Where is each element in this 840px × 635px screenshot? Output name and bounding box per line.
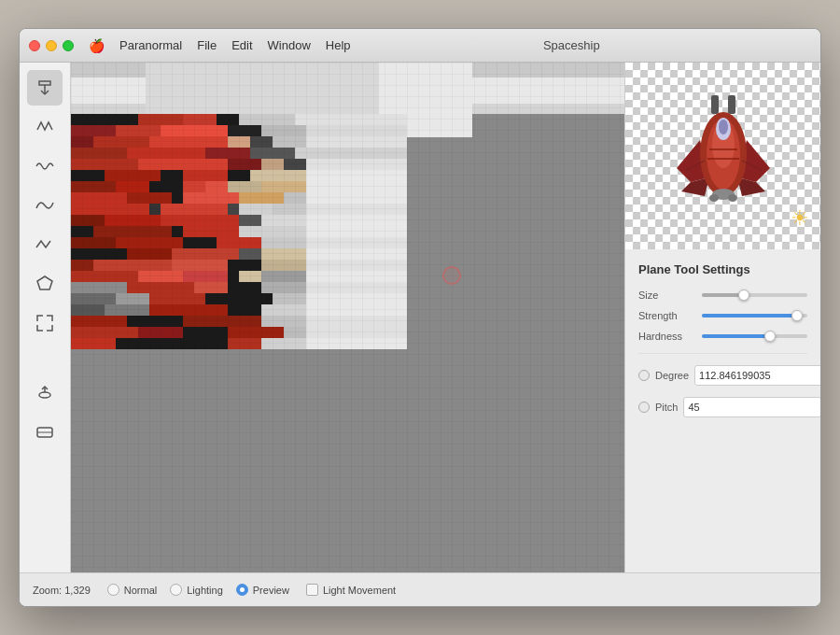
pitch-radio[interactable] [638,402,650,413]
zoom-value: 1,329 [64,585,91,596]
normal-radio-circle[interactable] [107,584,119,596]
normal-tool-button[interactable] [27,109,63,145]
hardness-label: Hardness [638,331,694,342]
normal-icon [35,117,55,137]
wave-icon [35,156,55,176]
size-label: Size [638,289,694,301]
left-toolbar [20,63,71,572]
strength-slider-thumb[interactable] [791,310,803,321]
canvas-area[interactable] [71,63,624,572]
degree-row: Degree [638,365,807,386]
sun-icon: ☀ [791,206,809,231]
preview-radio-item[interactable]: Preview [236,584,289,596]
divider-1 [638,353,807,354]
statusbar: Zoom: 1,329 Normal Lighting Preview Ligh [20,572,820,606]
pitch-label: Pitch [655,402,678,413]
right-panel: ☀ Plane Tool Settings Size Strength [624,63,820,572]
app-window: 🍎 Paranormal File Edit Window Help Space… [19,28,821,607]
hardness-slider-thumb[interactable] [764,331,776,342]
close-button[interactable] [29,40,40,51]
settings-title: Plane Tool Settings [638,262,807,276]
degree-radio[interactable] [638,370,650,381]
preview-radio-label: Preview [253,585,289,596]
svg-rect-10 [728,95,735,114]
preview-radio-circle[interactable] [236,584,248,596]
select-tool-button[interactable] [27,70,63,106]
svg-rect-0 [39,81,50,85]
menu-help[interactable]: Help [326,38,351,52]
pitch-input[interactable] [683,397,820,417]
hardness-slider-track[interactable] [702,334,807,338]
menu-paranormal[interactable]: Paranormal [119,38,182,52]
spaceship-preview-svg [672,93,775,215]
light-movement-label: Light Movement [323,585,396,596]
degree-label: Degree [655,370,689,381]
hardness-slider-fill [702,334,770,338]
size-setting-row: Size [638,289,807,301]
view-mode-radio-group: Normal Lighting Preview [107,584,289,596]
wave-tool-button[interactable] [27,148,63,184]
zigzag-icon [35,234,55,255]
lighting-radio-circle[interactable] [170,584,182,596]
window-title: Spaceship [358,38,785,52]
titlebar: 🍎 Paranormal File Edit Window Help Space… [20,29,820,63]
polygon-tool-button[interactable] [27,266,63,302]
main-content: ☀ Plane Tool Settings Size Strength [20,63,820,572]
lighting-radio-item[interactable]: Lighting [170,584,223,596]
strength-slider-track[interactable] [702,314,807,318]
eraser-tool-button[interactable] [27,414,63,449]
size-slider-thumb[interactable] [738,289,749,301]
pitch-row: Pitch [638,397,807,417]
svg-rect-9 [711,95,719,114]
expand-tool-button[interactable] [27,305,63,341]
hardness-setting-row: Hardness [638,331,807,342]
traffic-lights [29,40,74,51]
pixel-art-layer [71,63,624,572]
polygon-icon [35,274,55,294]
strength-setting-row: Strength [638,310,807,321]
menu-file[interactable]: File [197,38,217,52]
light-movement-checkbox[interactable] [306,584,318,596]
zigzag-tool-button[interactable] [27,227,63,262]
lift-tool-button[interactable] [27,374,63,410]
menu-edit[interactable]: Edit [231,38,252,52]
curve-icon [35,195,55,216]
eraser-icon [35,421,55,442]
normal-radio-item[interactable]: Normal [107,584,157,596]
apple-menu[interactable]: 🍎 [89,38,105,53]
strength-slider-fill [702,314,797,318]
light-movement-checkbox-item[interactable]: Light Movement [306,584,396,596]
preview-area: ☀ [625,63,820,249]
maximize-button[interactable] [63,40,74,51]
preview-spaceship [672,93,775,219]
svg-point-19 [719,120,728,134]
select-icon [35,78,54,97]
svg-marker-4 [37,276,52,289]
settings-panel: Plane Tool Settings Size Strength [625,249,820,572]
menu-window[interactable]: Window [268,38,311,52]
svg-point-22 [728,194,737,202]
minimize-button[interactable] [46,40,57,51]
menubar: 🍎 Paranormal File Edit Window Help [89,38,351,53]
expand-icon [35,313,55,333]
curve-tool-button[interactable] [27,188,63,223]
lighting-radio-label: Lighting [187,585,223,596]
lift-icon [35,382,55,402]
svg-point-5 [39,392,50,398]
zoom-label: Zoom: 1,329 [33,585,91,596]
normal-radio-label: Normal [124,585,157,596]
svg-point-21 [709,194,719,202]
strength-label: Strength [638,310,694,321]
size-slider-track[interactable] [702,293,807,297]
degree-input[interactable] [694,365,820,386]
